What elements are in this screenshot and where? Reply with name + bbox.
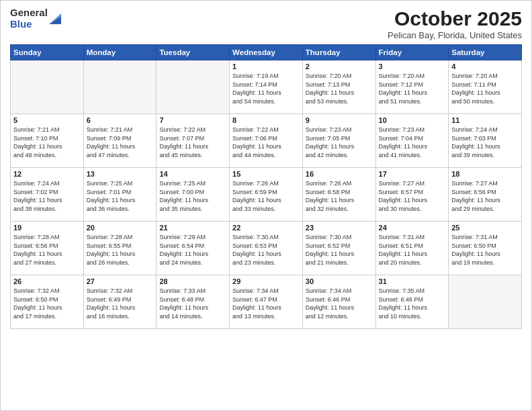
table-row: 31Sunrise: 7:35 AM Sunset: 6:46 PM Dayli… (375, 275, 449, 329)
day-number: 14 (159, 170, 226, 178)
table-row: 5Sunrise: 7:21 AM Sunset: 7:10 PM Daylig… (11, 114, 84, 168)
day-info: Sunrise: 7:24 AM Sunset: 7:02 PM Dayligh… (13, 179, 81, 213)
table-row: 16Sunrise: 7:26 AM Sunset: 6:58 PM Dayli… (302, 168, 375, 222)
day-number: 4 (451, 62, 519, 71)
table-row: 10Sunrise: 7:23 AM Sunset: 7:04 PM Dayli… (375, 114, 449, 168)
day-info: Sunrise: 7:23 AM Sunset: 7:04 PM Dayligh… (379, 126, 446, 159)
day-info: Sunrise: 7:31 AM Sunset: 6:51 PM Dayligh… (379, 233, 446, 267)
day-info: Sunrise: 7:34 AM Sunset: 6:46 PM Dayligh… (306, 287, 373, 320)
day-info: Sunrise: 7:25 AM Sunset: 7:00 PM Dayligh… (159, 179, 226, 213)
day-info: Sunrise: 7:34 AM Sunset: 6:47 PM Dayligh… (232, 287, 300, 320)
day-number: 10 (379, 116, 446, 124)
day-number: 16 (306, 170, 373, 178)
day-info: Sunrise: 7:22 AM Sunset: 7:06 PM Dayligh… (232, 126, 300, 159)
logo-icon (49, 11, 61, 24)
col-sunday: Sunday (11, 45, 84, 60)
day-info: Sunrise: 7:32 AM Sunset: 6:50 PM Dayligh… (13, 287, 81, 320)
table-row: 3Sunrise: 7:20 AM Sunset: 7:12 PM Daylig… (375, 60, 449, 114)
logo-blue-text: Blue (10, 19, 48, 30)
day-info: Sunrise: 7:30 AM Sunset: 6:52 PM Dayligh… (306, 233, 373, 267)
header: General Blue October 2025 Pelican Bay, F… (10, 7, 522, 40)
table-row: 23Sunrise: 7:30 AM Sunset: 6:52 PM Dayli… (302, 222, 375, 275)
table-row: 4Sunrise: 7:20 AM Sunset: 7:11 PM Daylig… (449, 60, 522, 114)
calendar-week-row: 19Sunrise: 7:28 AM Sunset: 6:56 PM Dayli… (11, 222, 522, 275)
day-number: 28 (159, 277, 226, 285)
day-number: 18 (451, 170, 519, 178)
table-row (11, 60, 84, 114)
table-row (449, 275, 522, 329)
day-info: Sunrise: 7:28 AM Sunset: 6:55 PM Dayligh… (87, 233, 154, 267)
day-number: 7 (159, 116, 226, 124)
logo-general-text: General (10, 7, 48, 19)
table-row: 15Sunrise: 7:26 AM Sunset: 6:59 PM Dayli… (230, 168, 303, 222)
day-info: Sunrise: 7:26 AM Sunset: 6:59 PM Dayligh… (232, 179, 300, 213)
logo: General Blue (10, 7, 61, 30)
col-friday: Friday (375, 45, 449, 60)
table-row: 6Sunrise: 7:21 AM Sunset: 7:09 PM Daylig… (83, 114, 157, 168)
calendar-week-row: 1Sunrise: 7:19 AM Sunset: 7:14 PM Daylig… (11, 60, 522, 114)
day-info: Sunrise: 7:31 AM Sunset: 6:50 PM Dayligh… (451, 233, 519, 267)
day-number: 2 (306, 62, 373, 71)
day-number: 25 (451, 224, 519, 232)
day-number: 30 (306, 277, 373, 285)
day-info: Sunrise: 7:27 AM Sunset: 6:56 PM Dayligh… (451, 179, 519, 213)
table-row: 30Sunrise: 7:34 AM Sunset: 6:46 PM Dayli… (302, 275, 375, 329)
day-number: 31 (379, 277, 446, 285)
day-number: 20 (87, 224, 154, 232)
table-row: 28Sunrise: 7:33 AM Sunset: 6:48 PM Dayli… (157, 275, 230, 329)
day-number: 11 (451, 116, 519, 124)
calendar-table: Sunday Monday Tuesday Wednesday Thursday… (10, 44, 522, 329)
calendar-week-row: 12Sunrise: 7:24 AM Sunset: 7:02 PM Dayli… (11, 168, 522, 222)
day-number: 19 (13, 224, 81, 232)
day-number: 6 (87, 116, 154, 124)
title-location: Pelican Bay, Florida, United States (388, 30, 522, 40)
day-number: 15 (232, 170, 300, 178)
day-number: 5 (13, 116, 81, 124)
day-number: 29 (232, 277, 300, 285)
col-monday: Monday (83, 45, 157, 60)
day-number: 17 (379, 170, 446, 178)
day-info: Sunrise: 7:21 AM Sunset: 7:09 PM Dayligh… (87, 126, 154, 159)
table-row: 25Sunrise: 7:31 AM Sunset: 6:50 PM Dayli… (449, 222, 522, 275)
page: General Blue October 2025 Pelican Bay, F… (0, 0, 532, 411)
calendar-week-row: 5Sunrise: 7:21 AM Sunset: 7:10 PM Daylig… (11, 114, 522, 168)
table-row (83, 60, 157, 114)
day-info: Sunrise: 7:27 AM Sunset: 6:57 PM Dayligh… (379, 179, 446, 213)
table-row: 9Sunrise: 7:23 AM Sunset: 7:05 PM Daylig… (302, 114, 375, 168)
day-info: Sunrise: 7:33 AM Sunset: 6:48 PM Dayligh… (159, 287, 226, 320)
day-info: Sunrise: 7:32 AM Sunset: 6:49 PM Dayligh… (87, 287, 154, 320)
day-number: 26 (13, 277, 81, 285)
day-number: 9 (306, 116, 373, 124)
day-number: 22 (232, 224, 300, 232)
table-row: 22Sunrise: 7:30 AM Sunset: 6:53 PM Dayli… (230, 222, 303, 275)
day-info: Sunrise: 7:20 AM Sunset: 7:11 PM Dayligh… (451, 72, 519, 105)
title-month: October 2025 (388, 7, 522, 30)
calendar-header-row: Sunday Monday Tuesday Wednesday Thursday… (11, 45, 522, 60)
day-info: Sunrise: 7:29 AM Sunset: 6:54 PM Dayligh… (159, 233, 226, 267)
day-info: Sunrise: 7:21 AM Sunset: 7:10 PM Dayligh… (13, 126, 81, 159)
table-row: 27Sunrise: 7:32 AM Sunset: 6:49 PM Dayli… (83, 275, 157, 329)
day-info: Sunrise: 7:35 AM Sunset: 6:46 PM Dayligh… (379, 287, 446, 320)
day-number: 13 (87, 170, 154, 178)
table-row: 18Sunrise: 7:27 AM Sunset: 6:56 PM Dayli… (449, 168, 522, 222)
day-info: Sunrise: 7:25 AM Sunset: 7:01 PM Dayligh… (87, 179, 154, 213)
table-row: 20Sunrise: 7:28 AM Sunset: 6:55 PM Dayli… (83, 222, 157, 275)
table-row: 29Sunrise: 7:34 AM Sunset: 6:47 PM Dayli… (230, 275, 303, 329)
table-row: 13Sunrise: 7:25 AM Sunset: 7:01 PM Dayli… (83, 168, 157, 222)
day-info: Sunrise: 7:23 AM Sunset: 7:05 PM Dayligh… (306, 126, 373, 159)
table-row: 1Sunrise: 7:19 AM Sunset: 7:14 PM Daylig… (230, 60, 303, 114)
day-number: 12 (13, 170, 81, 178)
table-row: 2Sunrise: 7:20 AM Sunset: 7:13 PM Daylig… (302, 60, 375, 114)
col-thursday: Thursday (302, 45, 375, 60)
calendar-week-row: 26Sunrise: 7:32 AM Sunset: 6:50 PM Dayli… (11, 275, 522, 329)
day-number: 8 (232, 116, 300, 124)
table-row: 8Sunrise: 7:22 AM Sunset: 7:06 PM Daylig… (230, 114, 303, 168)
day-number: 1 (232, 62, 300, 71)
day-number: 27 (87, 277, 154, 285)
table-row: 17Sunrise: 7:27 AM Sunset: 6:57 PM Dayli… (375, 168, 449, 222)
col-saturday: Saturday (449, 45, 522, 60)
table-row: 7Sunrise: 7:22 AM Sunset: 7:07 PM Daylig… (157, 114, 230, 168)
day-number: 23 (306, 224, 373, 232)
table-row: 21Sunrise: 7:29 AM Sunset: 6:54 PM Dayli… (157, 222, 230, 275)
day-info: Sunrise: 7:22 AM Sunset: 7:07 PM Dayligh… (159, 126, 226, 159)
